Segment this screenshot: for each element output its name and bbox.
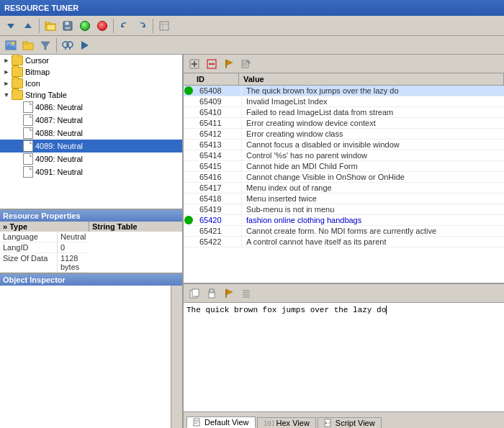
table-row[interactable]: 65413Cannot focus a disabled or invisibl… [184, 140, 504, 150]
find-button[interactable] [60, 37, 76, 53]
id-cell: 65408 [195, 86, 242, 96]
table-row[interactable]: 65417Menu index out of range [184, 183, 504, 193]
add-icon [80, 21, 90, 31]
run-button[interactable] [77, 37, 93, 53]
save-button[interactable] [60, 18, 76, 34]
tree-expander-cursor: ► [1, 55, 12, 65]
tree-expander-4088 [13, 128, 23, 138]
props-col-val-header: String Table [89, 222, 182, 232]
table-row[interactable]: 65422A control cannot have itself as its… [184, 237, 504, 247]
tree-view[interactable]: ►Cursor►Bitmap►Icon▼String Table4086: Ne… [0, 55, 182, 210]
tab-hex-label: Hex View [276, 419, 310, 427]
resource-properties-panel: Resource Properties » Type String Table … [0, 210, 182, 274]
value-cell: Cannot create form. No MDI forms are cur… [242, 226, 504, 236]
table-row[interactable]: 65416Cannot change Visible in OnShow or … [184, 172, 504, 183]
tab-hex-view[interactable]: 101 Hex View [257, 417, 316, 428]
svg-marker-18 [41, 42, 50, 50]
info-button[interactable] [156, 18, 172, 34]
left-panel: ►Cursor►Bitmap►Icon▼String Table4086: Ne… [0, 55, 184, 428]
add-button[interactable] [77, 18, 93, 34]
svg-point-15 [12, 42, 14, 45]
svg-point-20 [67, 42, 73, 47]
delete-row-button[interactable] [204, 56, 220, 72]
id-cell: 65418 [195, 193, 242, 204]
tree-label-4087: 4087: Neutral [35, 116, 83, 124]
string-table-rows: 65408The quick brown fox jumps over the … [184, 86, 504, 247]
paste-text-button[interactable] [204, 286, 220, 301]
value-cell: Cannot hide an MDI Child Form [242, 161, 504, 171]
value-cell: Menu inserted twice [242, 193, 504, 204]
edit-row-button[interactable] [238, 56, 254, 72]
tree-item-4090[interactable]: 4090: Neutral [0, 152, 182, 165]
lines-text-button[interactable] [238, 286, 254, 301]
table-row[interactable]: 65409Invalid ImageList Index [184, 96, 504, 107]
tree-label-string-table: String Table [25, 91, 67, 99]
string-table[interactable]: ID Value 65408The quick brown fox jumps … [184, 73, 504, 284]
flag-row-button[interactable] [221, 56, 237, 72]
id-cell: 65415 [195, 161, 242, 171]
delete-button[interactable] [94, 18, 110, 34]
svg-rect-37 [192, 289, 199, 296]
svg-rect-4 [47, 24, 55, 30]
table-row[interactable]: 65410Failed to read ImageList data from … [184, 107, 504, 118]
resource-properties-title: Resource Properties [3, 211, 81, 220]
value-cell: Cannot change Visible in OnShow or OnHid… [242, 172, 504, 182]
tree-item-string-table[interactable]: ▼String Table [0, 89, 182, 101]
add-row-button[interactable] [186, 56, 202, 72]
table-row[interactable]: 65418Menu inserted twice [184, 193, 504, 204]
tree-label-4091: 4091: Neutral [35, 168, 83, 176]
filter-button[interactable] [37, 37, 53, 53]
doc-icon-4088 [23, 127, 33, 139]
tree-item-4089[interactable]: 4089: Neutral [0, 140, 182, 152]
table-row[interactable]: 65421Cannot create form. No MDI forms ar… [184, 226, 504, 237]
down-arrow-button[interactable] [3, 18, 19, 34]
cursor [386, 306, 392, 314]
tab-default-view[interactable]: Default View [186, 416, 256, 428]
tree-item-4086[interactable]: 4086: Neutral [0, 101, 182, 114]
svg-text:101: 101 [264, 420, 274, 427]
value-cell: Sub-menu is not in menu [242, 204, 504, 214]
copy-text-button[interactable] [186, 286, 202, 301]
folder-view-button[interactable] [20, 37, 36, 53]
bottom-right-panel: The quick brown fox jumps over the lazy … [184, 284, 504, 428]
tree-item-cursor[interactable]: ►Cursor [0, 55, 182, 66]
up-arrow-button[interactable] [20, 18, 36, 34]
tree-item-bitmap[interactable]: ►Bitmap [0, 66, 182, 78]
doc-icon-4087 [23, 114, 33, 126]
tree-item-4087[interactable]: 4087: Neutral [0, 114, 182, 127]
table-row[interactable]: 65411Error creating window device contex… [184, 118, 504, 129]
value-column-header: Value [239, 73, 504, 85]
table-row[interactable]: 65420fashion online clothing handbags [184, 215, 504, 226]
status-dot [184, 216, 193, 224]
flag-text-button[interactable] [221, 286, 237, 301]
table-row[interactable]: 65408The quick brown fox jumps over the … [184, 86, 504, 96]
sep3 [153, 19, 153, 33]
object-inspector-title: Object Inspector [3, 276, 66, 284]
tree-item-4091[interactable]: 4091: Neutral [0, 165, 182, 178]
svg-marker-41 [226, 289, 233, 295]
tree-expander-bitmap: ► [1, 67, 12, 77]
right-panel: ID Value 65408The quick brown fox jumps … [184, 55, 504, 428]
tree-label-bitmap: Bitmap [25, 68, 50, 76]
id-cell: 65420 [195, 215, 242, 225]
view-tabs-bar: Default View 101 Hex View Script View [184, 412, 504, 428]
tree-label-4089: 4089: Neutral [35, 142, 83, 150]
table-row[interactable]: 65419Sub-menu is not in menu [184, 204, 504, 215]
undo-button[interactable] [117, 18, 132, 34]
open-button[interactable] [42, 18, 58, 34]
text-editor[interactable]: The quick brown fox jumps over the lazy … [184, 303, 504, 412]
table-row[interactable]: 65415Cannot hide an MDI Child Form [184, 161, 504, 172]
redo-button[interactable] [134, 18, 150, 34]
table-row[interactable]: 65414Control '%s' has no parent window [184, 150, 504, 161]
tab-script-view[interactable]: Script View [318, 417, 382, 428]
table-row[interactable]: 65412Error creating window class [184, 129, 504, 140]
props-key-langid: LangID [0, 242, 58, 252]
tree-expander-4089 [13, 141, 23, 151]
image-view-button[interactable] [3, 37, 19, 53]
svg-rect-17 [23, 42, 27, 44]
tree-item-icon[interactable]: ►Icon [0, 78, 182, 89]
tree-item-4088[interactable]: 4088: Neutral [0, 127, 182, 140]
value-cell: Cannot focus a disabled or invisible win… [242, 140, 504, 150]
folder-icon-bitmap [12, 67, 23, 77]
tree-label-icon: Icon [25, 79, 40, 88]
